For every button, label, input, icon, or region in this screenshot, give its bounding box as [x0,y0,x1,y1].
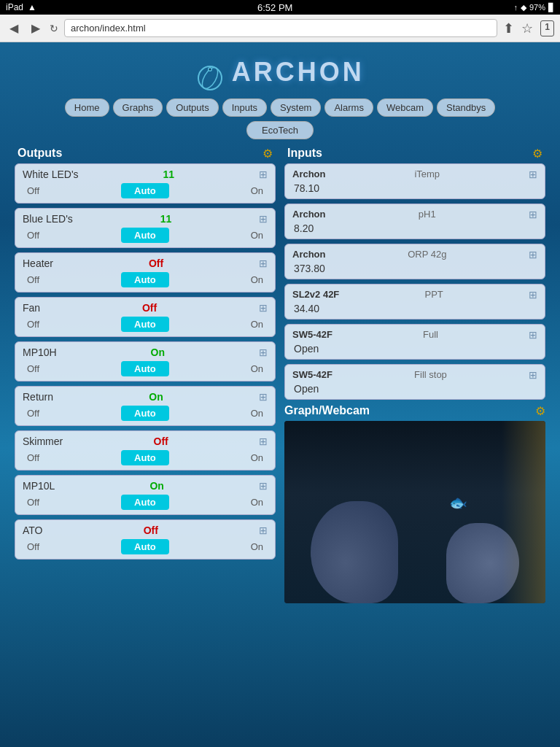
output-card-mp10l: MP10L On ⊞ Off Auto On [15,475,276,515]
output-off-2[interactable]: Off [23,273,44,287]
nav-webcam[interactable]: Webcam [377,98,433,117]
address-bar[interactable] [64,19,497,37]
slider-icon-3[interactable]: ⊞ [259,302,268,314]
output-value-8: Off [144,525,158,536]
carrier-label: iPad [6,2,23,12]
tab-count[interactable]: 1 [540,20,554,36]
output-on-4[interactable]: On [246,362,268,376]
back-button[interactable]: ◀ [6,20,22,36]
output-off-3[interactable]: Off [23,317,44,331]
output-off-5[interactable]: Off [23,406,44,420]
slider-icon-8[interactable]: ⊞ [259,525,268,536]
tank-fish: 🐟 [449,494,467,511]
webcam-gear-icon[interactable]: ⚙ [535,404,545,418]
reload-button[interactable]: ↻ [50,23,58,34]
nav-alarms[interactable]: Alarms [324,98,373,117]
input-label-3: PPT [425,289,443,300]
input-label-2: ORP 42g [408,249,446,260]
nav-home[interactable]: Home [65,98,109,117]
output-auto-3[interactable]: Auto [121,317,169,332]
input-source-5: SW5-42F [292,369,332,380]
output-name-7: MP10L [23,480,55,492]
output-on-2[interactable]: On [246,273,268,287]
input-card-fillstop: SW5-42F Fill stop ⊞ Open [284,364,545,400]
output-on-8[interactable]: On [246,540,268,554]
input-slider-1[interactable]: ⊞ [529,209,537,220]
slider-icon-5[interactable]: ⊞ [259,391,268,403]
slider-icon-4[interactable]: ⊞ [259,347,268,358]
input-slider-3[interactable]: ⊞ [529,289,537,301]
output-off-0[interactable]: Off [23,184,44,198]
output-card-white-leds: White LED's 11 ⊞ Off Auto On [15,163,276,204]
webcam-header: Graph/Webcam ⚙ [284,404,545,418]
slider-icon-6[interactable]: ⊞ [259,436,268,447]
webcam-title: Graph/Webcam [284,404,370,417]
inputs-gear-icon[interactable]: ⚙ [532,147,542,160]
output-on-5[interactable]: On [246,406,268,420]
input-slider-2[interactable]: ⊞ [529,249,537,260]
output-auto-6[interactable]: Auto [121,450,169,465]
output-value-4: On [151,347,165,358]
input-value-1: 8.20 [292,222,537,234]
nav-inputs[interactable]: Inputs [222,98,267,117]
wifi-icon: ▲ [28,2,36,12]
status-bar-left: iPad ▲ [6,2,36,12]
slider-icon-0[interactable]: ⊞ [259,169,268,180]
nav-standbys[interactable]: Standbys [437,98,495,117]
output-off-8[interactable]: Off [23,540,44,554]
nav-system[interactable]: System [271,98,321,117]
output-card-return: Return On ⊞ Off Auto On [15,386,276,426]
share-button[interactable]: ⬆ [503,20,514,36]
main-grid: Outputs ⚙ White LED's 11 ⊞ Off Auto On B [15,147,545,603]
output-auto-1[interactable]: Auto [121,228,169,243]
output-name-2: Heater [23,258,53,269]
output-on-1[interactable]: On [246,228,268,242]
output-auto-2[interactable]: Auto [121,272,169,287]
signal-icon: ↑ [513,3,518,12]
input-source-3: SL2v2 42F [292,289,339,300]
output-on-6[interactable]: On [246,451,268,465]
svg-point-3 [209,68,211,70]
output-card-fan: Fan Off ⊞ Off Auto On [15,297,276,337]
logo-icon [195,63,225,93]
output-auto-5[interactable]: Auto [121,406,169,421]
status-bar: iPad ▲ 6:52 PM ↑ ◆ 97% ▊ [0,0,560,15]
slider-icon-2[interactable]: ⊞ [259,258,268,269]
output-off-6[interactable]: Off [23,451,44,465]
slider-icon-7[interactable]: ⊞ [259,480,268,492]
output-auto-7[interactable]: Auto [121,495,169,510]
input-card-ppt: SL2v2 42F PPT ⊞ 34.40 [284,284,545,320]
output-auto-0[interactable]: Auto [121,183,169,198]
input-value-5: Open [292,383,537,395]
output-off-7[interactable]: Off [23,495,44,509]
output-card-skimmer: Skimmer Off ⊞ Off Auto On [15,430,276,471]
output-value-2: Off [149,258,163,269]
output-value-1: 11 [160,213,172,225]
tank-light-effect [502,421,545,603]
output-off-1[interactable]: Off [23,228,44,242]
slider-icon-1[interactable]: ⊞ [259,213,268,225]
output-off-4[interactable]: Off [23,362,44,376]
battery-level: 97% [529,3,545,12]
output-on-3[interactable]: On [246,317,268,331]
forward-button[interactable]: ▶ [28,20,44,36]
outputs-gear-icon[interactable]: ⚙ [262,147,273,160]
nav-ecotech[interactable]: EcoTech [246,121,314,139]
input-value-0: 78.10 [292,182,537,194]
input-slider-5[interactable]: ⊞ [529,369,537,381]
nav-graphs[interactable]: Graphs [113,98,163,117]
bookmark-button[interactable]: ☆ [521,20,533,36]
output-on-0[interactable]: On [246,184,268,198]
input-slider-0[interactable]: ⊞ [529,169,537,180]
input-source-4: SW5-42F [292,329,332,340]
input-label-5: Fill stop [414,369,447,380]
input-slider-4[interactable]: ⊞ [529,329,537,341]
output-auto-4[interactable]: Auto [121,361,169,376]
output-on-7[interactable]: On [246,495,268,509]
input-label-0: iTemp [414,169,440,179]
status-bar-time: 6:52 PM [257,2,292,13]
nav-outputs[interactable]: Outputs [166,98,219,117]
output-auto-8[interactable]: Auto [121,539,169,554]
input-source-1: Archon [292,209,326,220]
outputs-column: Outputs ⚙ White LED's 11 ⊞ Off Auto On B [15,147,276,603]
